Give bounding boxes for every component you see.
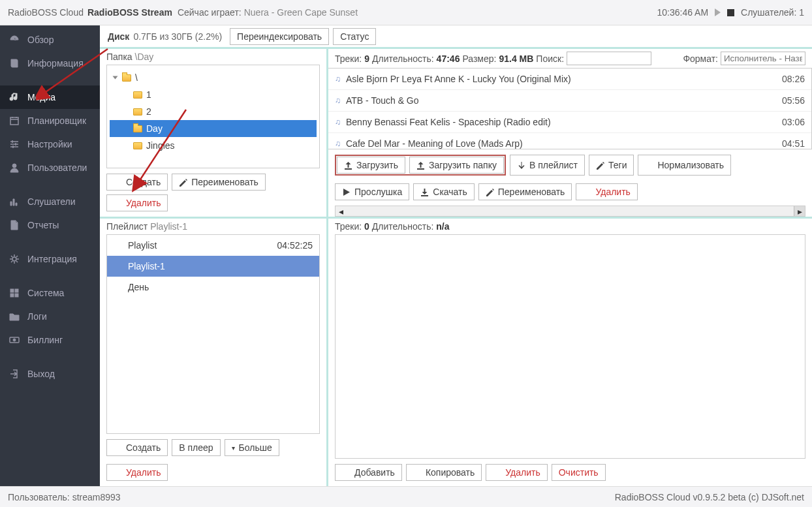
tree-row[interactable]: 2 [110, 103, 317, 120]
to-player-button[interactable]: В плеер [172, 439, 220, 456]
playlist-list[interactable]: Playlist04:52:25 Playlist-1 День [106, 234, 320, 434]
list-icon [114, 262, 123, 271]
track-delete-button[interactable]: Удалить [576, 183, 637, 200]
sliders-icon [9, 139, 20, 149]
track-duration: 04:51 [782, 138, 805, 149]
search-input[interactable] [567, 52, 651, 65]
reindex-button[interactable]: Переиндексировать [230, 28, 329, 45]
stop-icon[interactable] [727, 9, 734, 16]
playlist-row[interactable]: День [107, 277, 319, 298]
disk-label: Диск [108, 31, 129, 42]
sidebar: Обзор Информация Медиа Планировщик Настр… [0, 25, 100, 486]
clock: 10:36:46 AM [657, 7, 708, 18]
sidebar-item-users[interactable]: Пользователи [0, 156, 100, 179]
playlist-name: День [128, 282, 149, 292]
playlist-tracks-list[interactable] [335, 234, 805, 459]
sidebar-item-integration[interactable]: Интеграция [0, 247, 100, 271]
sidebar-item-logs[interactable]: Логи [0, 305, 100, 328]
track-list[interactable]: ♫Asle Bjorn Pr Leya Ft Anne K - Lucky Yo… [328, 68, 812, 149]
playlist-delete-button[interactable]: Удалить [106, 464, 168, 481]
topbar: RadioBOSS Cloud RadioBOSS Stream Сейчас … [0, 0, 812, 25]
folders-header: Папка \Day [100, 49, 326, 65]
download-button[interactable]: Скачать [413, 183, 475, 200]
folder-icon [9, 311, 20, 322]
scroll-right-icon[interactable]: ▸ [794, 206, 805, 216]
sidebar-item-overview[interactable]: Обзор [0, 28, 100, 52]
track-row[interactable]: ♫Asle Bjorn Pr Leya Ft Anne K - Lucky Yo… [328, 69, 811, 90]
upload-folder-button[interactable]: Загрузить папку [409, 157, 504, 174]
sidebar-item-reports[interactable]: Отчеты [0, 213, 100, 237]
sidebar-item-label: Выход [27, 369, 55, 379]
track-title: ATB - Touch & Go [346, 95, 419, 106]
folder-tree[interactable]: \ 1 2 Day Jingles [106, 65, 320, 168]
footer-version: RadioBOSS Cloud v0.9.5.2 beta (c) DJSoft… [615, 492, 804, 502]
sidebar-item-media[interactable]: Медиа [0, 85, 100, 109]
track-duration: 05:56 [782, 95, 805, 106]
note-icon: ♫ [335, 74, 341, 84]
playlist-row-selected[interactable]: Playlist-1 [107, 256, 319, 277]
sidebar-item-info[interactable]: Информация [0, 52, 100, 75]
sidebar-item-system[interactable]: Система [0, 281, 100, 305]
pt-clear-button[interactable]: Очистить [552, 464, 606, 481]
brand-primary: RadioBOSS Cloud [8, 7, 84, 18]
folder-create-button[interactable]: Создать [106, 174, 168, 191]
more-button[interactable]: ▾Больше [225, 439, 279, 456]
sidebar-item-label: Биллинг [27, 335, 63, 345]
track-row[interactable]: ♫Benny Benassi Feat Kelis - Spaceship (R… [328, 112, 811, 133]
pencil-icon [596, 161, 604, 170]
status-button[interactable]: Статус [333, 28, 376, 45]
sidebar-item-scheduler[interactable]: Планировщик [0, 109, 100, 132]
button-label: Переименовать [498, 187, 565, 197]
tracks-toolbar: Загрузить Загрузить папку В плейлист Тег… [328, 149, 812, 206]
upload-button[interactable]: Загрузить [337, 157, 405, 174]
sidebar-item-billing[interactable]: Биллинг [0, 328, 100, 352]
track-row[interactable]: ♫Cafe Del Mar - Meaning of Love (Mads Ar… [328, 133, 811, 149]
pt-add-button[interactable]: Добавить [335, 464, 402, 481]
preview-button[interactable]: Прослушка [335, 183, 409, 200]
button-label: Прослушка [354, 187, 402, 197]
folder-delete-button[interactable]: Удалить [106, 194, 168, 211]
listeners-count: Слушателей: 1 [741, 7, 804, 18]
playlists-header-label: Плейлист [106, 221, 148, 232]
tracks-size-value: 91.4 MB [499, 54, 533, 64]
note-icon: ♫ [335, 139, 341, 148]
pt-copy-button[interactable]: Копировать [406, 464, 482, 481]
button-label: Загрузить папку [429, 160, 497, 170]
track-row[interactable]: ♫ATB - Touch & Go05:56 [328, 90, 811, 112]
main: Диск 0.7ГБ из 30ГБ (2.2%) Переиндексиров… [100, 25, 812, 486]
playlist-name: Playlist-1 [128, 261, 165, 271]
tree-label: \ [135, 72, 138, 83]
sidebar-item-settings[interactable]: Настройки [0, 132, 100, 156]
tags-button[interactable]: Теги [589, 155, 634, 176]
playlist-row[interactable]: Playlist04:52:25 [107, 235, 319, 256]
pt-delete-button[interactable]: Удалить [486, 464, 547, 481]
folder-icon [133, 142, 142, 149]
brand-secondary: RadioBOSS Stream [87, 7, 172, 18]
normalize-button[interactable]: Нормализовать [638, 155, 731, 176]
tree-row-selected[interactable]: Day [110, 120, 317, 137]
gauge-icon [9, 35, 20, 45]
button-label: Переиндексировать [237, 31, 322, 42]
pencil-icon [486, 188, 494, 196]
tree-row-root[interactable]: \ [110, 69, 317, 86]
format-input[interactable] [721, 52, 805, 65]
track-rename-button[interactable]: Переименовать [478, 183, 572, 200]
sidebar-item-exit[interactable]: Выход [0, 362, 100, 386]
tree-row[interactable]: 1 [110, 86, 317, 103]
sidebar-item-listeners[interactable]: Слушатели [0, 190, 100, 213]
playlist-create-button[interactable]: Создать [106, 439, 168, 456]
button-label: Удалить [595, 187, 630, 197]
cogs-icon [9, 254, 20, 264]
caret-icon[interactable] [113, 76, 118, 80]
sidebar-item-label: Отчеты [27, 220, 59, 230]
list-icon [114, 283, 123, 292]
sidebar-item-label: Информация [27, 58, 84, 69]
to-playlist-button[interactable]: В плейлист [510, 155, 585, 176]
sidebar-item-label: Настройки [27, 139, 72, 149]
pencil-icon [179, 178, 187, 187]
play-icon[interactable] [715, 8, 721, 16]
scroll-left-icon[interactable]: ◂ [336, 206, 347, 216]
tree-row[interactable]: Jingles [110, 137, 317, 154]
folder-rename-button[interactable]: Переименовать [172, 174, 266, 191]
horizontal-scrollbar[interactable]: ◂ ▸ [335, 206, 805, 217]
